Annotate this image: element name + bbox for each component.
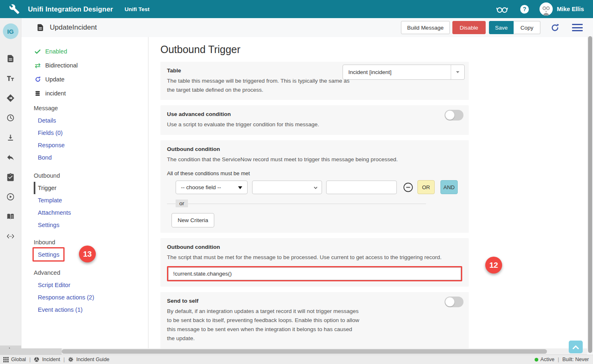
outbound-condition-description: The condition that the ServiceNow record… bbox=[167, 155, 462, 164]
refresh-icon bbox=[34, 76, 42, 83]
use-advanced-condition-toggle[interactable] bbox=[445, 110, 463, 121]
menu-icon[interactable] bbox=[572, 22, 583, 33]
main-content: Outbound Trigger Table The table this me… bbox=[148, 37, 587, 355]
use-advanced-condition-section: Use advanced condition Use a script to e… bbox=[160, 105, 469, 135]
refresh-icon[interactable] bbox=[550, 23, 560, 32]
outbound-condition-script-description: The script that must be met for the mess… bbox=[167, 253, 462, 262]
annotation-badge-12: 12 bbox=[485, 257, 502, 274]
send-to-self-description: By default, if an integration updates a … bbox=[167, 307, 361, 343]
message-document-icon bbox=[36, 23, 44, 32]
user-avatar[interactable] bbox=[540, 2, 553, 16]
user-name[interactable]: Mike Ellis bbox=[557, 6, 584, 12]
database-icon bbox=[34, 90, 42, 97]
condition-row: -- choose field -- OR AND bbox=[176, 180, 462, 194]
copy-button[interactable]: Copy bbox=[514, 21, 540, 34]
status-bar: Global | Incident | Incident Guide Activ… bbox=[0, 355, 593, 364]
rail-item-tasks[interactable] bbox=[0, 167, 21, 187]
page-heading: Outbound Trigger bbox=[160, 44, 587, 56]
play-circle-icon bbox=[6, 192, 15, 201]
active-status: Active bbox=[540, 357, 554, 362]
rail-item-code[interactable] bbox=[0, 226, 21, 246]
rail-item-documentation[interactable] bbox=[0, 49, 21, 68]
condition-field-select[interactable]: -- choose field -- bbox=[176, 181, 248, 194]
application-icon bbox=[34, 357, 39, 362]
nav-item-details[interactable]: Details bbox=[34, 114, 148, 127]
rail-item-history[interactable] bbox=[0, 108, 21, 128]
record-toolbar: UpdateIncident Build Message Disable Sav… bbox=[21, 18, 593, 37]
toggle-knob bbox=[445, 297, 454, 306]
icon-rail: IG bbox=[0, 18, 21, 355]
rail-item-download[interactable] bbox=[0, 128, 21, 147]
nav-item-script-editor[interactable]: Script Editor bbox=[34, 279, 148, 291]
grid-icon bbox=[3, 357, 9, 362]
table-description: The table this message will be triggered… bbox=[167, 77, 357, 95]
statusbar-incident-guide[interactable]: Incident Guide bbox=[68, 357, 109, 362]
scroll-to-top-button[interactable] bbox=[569, 341, 583, 353]
toggle-knob bbox=[445, 111, 454, 120]
nav-item-response[interactable]: Response bbox=[34, 139, 148, 151]
nav-item-trigger-selected[interactable]: Trigger bbox=[34, 182, 148, 194]
directions-icon bbox=[6, 94, 15, 102]
nav-item-bond[interactable]: Bond bbox=[34, 151, 148, 164]
rail-item-run[interactable] bbox=[0, 187, 21, 206]
new-criteria-button[interactable]: New Criteria bbox=[171, 213, 214, 227]
send-to-self-label: Send to self bbox=[167, 298, 462, 304]
horizontal-scrollbar[interactable] bbox=[0, 348, 587, 355]
rail-item-reply[interactable] bbox=[0, 147, 21, 167]
nav-table: incident bbox=[34, 86, 148, 100]
check-icon bbox=[34, 48, 42, 55]
and-button[interactable]: AND bbox=[440, 180, 458, 194]
or-button[interactable]: OR bbox=[417, 180, 435, 194]
code-icon bbox=[6, 232, 15, 241]
conditions-note: All of these conditions must be met bbox=[167, 170, 462, 176]
nav-item-response-actions[interactable]: Response actions (2) bbox=[34, 291, 148, 304]
remove-condition-icon[interactable] bbox=[403, 182, 413, 192]
build-message-button[interactable]: Build Message bbox=[401, 21, 450, 34]
statusbar-incident[interactable]: Incident bbox=[34, 357, 60, 362]
nav-enabled: Enabled bbox=[34, 44, 148, 58]
rail-item-directions[interactable] bbox=[0, 88, 21, 108]
reply-icon bbox=[6, 153, 15, 162]
nav-item-outbound-settings[interactable]: Settings bbox=[34, 219, 148, 231]
wrench-icon bbox=[9, 4, 20, 14]
document-icon bbox=[6, 54, 15, 63]
disable-button[interactable]: Disable bbox=[452, 21, 486, 34]
rail-item-text[interactable] bbox=[0, 68, 21, 88]
outbound-condition-script-input[interactable] bbox=[168, 267, 461, 280]
or-divider-label: or bbox=[176, 199, 188, 207]
chevron-up-icon bbox=[572, 345, 579, 350]
horizontal-scrollbar-thumb[interactable] bbox=[62, 349, 547, 354]
vertical-scrollbar-thumb[interactable] bbox=[588, 36, 592, 353]
nav-item-template[interactable]: Template bbox=[34, 194, 148, 206]
download-icon bbox=[6, 133, 15, 142]
condition-value-input[interactable] bbox=[326, 181, 397, 194]
active-status-dot bbox=[535, 358, 538, 362]
nav-section-message: Message bbox=[34, 102, 148, 114]
page-title: UpdateIncident bbox=[50, 23, 97, 32]
condition-operator-select[interactable] bbox=[252, 181, 322, 194]
table-select[interactable]: Incident [incident] bbox=[343, 65, 465, 80]
annotation-box-12 bbox=[167, 266, 462, 281]
nav-item-attachments[interactable]: Attachments bbox=[34, 206, 148, 219]
built-status: Built: Never bbox=[562, 357, 589, 362]
use-advanced-condition-label: Use advanced condition bbox=[167, 111, 462, 117]
history-icon bbox=[6, 114, 15, 122]
chevron-down-icon bbox=[238, 186, 242, 189]
rail-item-docs[interactable] bbox=[0, 206, 21, 226]
nav-section-advanced: Advanced bbox=[34, 267, 148, 279]
nav-item-fields[interactable]: Fields (0) bbox=[34, 127, 148, 139]
app-title: Unifi Integration Designer bbox=[28, 5, 113, 13]
app-header: Unifi Integration Designer Unifi Test ? … bbox=[0, 0, 593, 18]
vertical-scrollbar[interactable] bbox=[587, 36, 593, 354]
send-to-self-toggle[interactable] bbox=[445, 297, 463, 307]
tasks-icon bbox=[6, 173, 15, 181]
statusbar-global[interactable]: Global bbox=[3, 357, 26, 362]
nav-item-event-actions[interactable]: Event actions (1) bbox=[34, 304, 148, 316]
help-icon[interactable]: ? bbox=[520, 5, 529, 14]
preview-glasses-icon[interactable] bbox=[496, 4, 509, 14]
chevron-down-icon bbox=[451, 65, 464, 79]
workspace-name[interactable]: Unifi Test bbox=[125, 6, 150, 12]
use-advanced-condition-description: Use a script to evaluate the trigger con… bbox=[167, 120, 462, 129]
integration-avatar[interactable]: IG bbox=[3, 23, 19, 39]
save-button[interactable]: Save bbox=[489, 21, 514, 34]
